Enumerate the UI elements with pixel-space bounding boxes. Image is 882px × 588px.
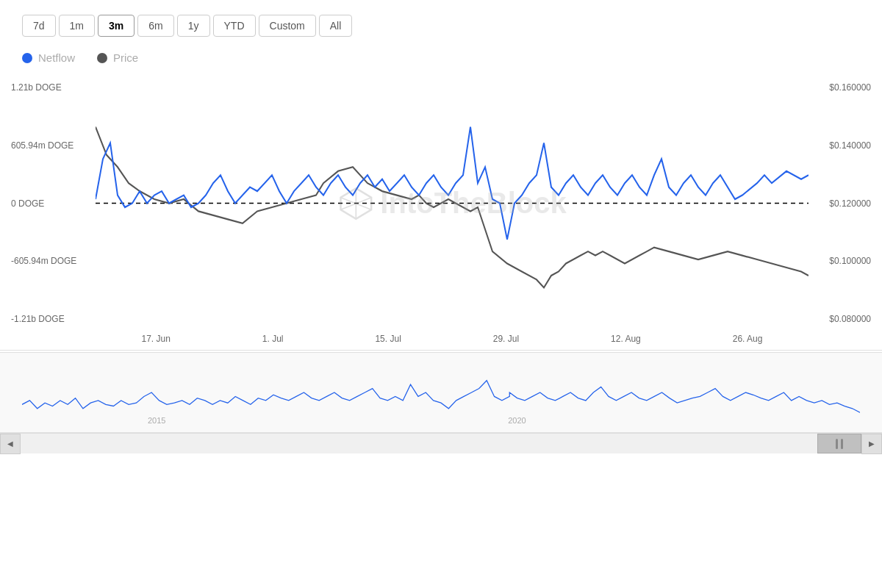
mini-year-2015: 2015: [148, 416, 165, 425]
time-btn-6m[interactable]: 6m: [137, 15, 173, 37]
y-axis-left-label: 605.94m DOGE: [11, 140, 90, 151]
time-btn-7d[interactable]: 7d: [22, 15, 56, 37]
scroll-track[interactable]: [21, 434, 861, 453]
legend-dot-netflow: [22, 53, 32, 63]
legend-dot-price: [97, 53, 107, 63]
time-btn-all[interactable]: All: [319, 15, 353, 37]
y-axis-left-label: 1.21b DOGE: [11, 82, 90, 93]
chart-wrapper: 1.21b DOGE605.94m DOGE0 DOGE-605.94m DOG…: [0, 79, 882, 453]
legend-label-netflow: Netflow: [38, 51, 75, 64]
y-axis-right-label: $0.080000: [812, 314, 871, 324]
mini-year-2020: 2020: [508, 416, 526, 425]
time-btn-3m[interactable]: 3m: [98, 15, 135, 37]
legend-label-price: Price: [113, 51, 138, 64]
x-axis: 17. Jun1. Jul15. Jul29. Jul12. Aug26. Au…: [96, 328, 808, 350]
time-range-selector: 7d1m3m6m1yYTDCustomAll: [0, 15, 882, 37]
y-axis-left-label: -1.21b DOGE: [11, 314, 90, 324]
scroll-grip-2: [841, 439, 843, 449]
main-svg: [96, 79, 808, 328]
scroll-left-btn[interactable]: ◀: [0, 434, 21, 454]
legend-item-price: Price: [97, 51, 138, 64]
mini-chart-area: 2015 2020: [22, 356, 860, 429]
time-btn-1y[interactable]: 1y: [177, 15, 210, 37]
time-btn-1m[interactable]: 1m: [59, 15, 95, 37]
time-btn-custom[interactable]: Custom: [259, 15, 316, 37]
x-axis-label: 1. Jul: [262, 334, 284, 344]
y-axis-right-label: $0.120000: [812, 198, 871, 209]
y-axis-left: 1.21b DOGE605.94m DOGE0 DOGE-605.94m DOG…: [0, 79, 96, 328]
scroll-grip-1: [836, 439, 838, 449]
scrollbar: ◀ ▶: [0, 433, 882, 453]
chart-area: IntoTheBlock: [96, 79, 808, 328]
x-axis-label: 26. Aug: [733, 334, 763, 344]
y-axis-right: $0.160000$0.140000$0.120000$0.100000$0.0…: [808, 79, 882, 328]
x-axis-label: 17. Jun: [141, 334, 170, 344]
scroll-thumb[interactable]: [817, 434, 861, 453]
scroll-right-btn[interactable]: ▶: [861, 434, 882, 454]
y-axis-right-label: $0.140000: [812, 140, 871, 151]
main-container: 7d1m3m6m1yYTDCustomAll NetflowPrice 1.21…: [0, 0, 882, 588]
x-axis-label: 29. Jul: [493, 334, 519, 344]
legend-item-netflow: Netflow: [22, 51, 75, 64]
mini-chart: 2015 2020: [0, 352, 882, 433]
y-axis-right-label: $0.100000: [812, 256, 871, 266]
time-btn-ytd[interactable]: YTD: [213, 15, 256, 37]
x-axis-label: 15. Jul: [375, 334, 401, 344]
y-axis-left-label: -605.94m DOGE: [11, 256, 90, 266]
main-chart: 1.21b DOGE605.94m DOGE0 DOGE-605.94m DOG…: [0, 79, 882, 351]
y-axis-left-label: 0 DOGE: [11, 198, 90, 209]
y-axis-right-label: $0.160000: [812, 82, 871, 93]
chart-legend: NetflowPrice: [0, 51, 882, 64]
x-axis-label: 12. Aug: [611, 334, 641, 344]
